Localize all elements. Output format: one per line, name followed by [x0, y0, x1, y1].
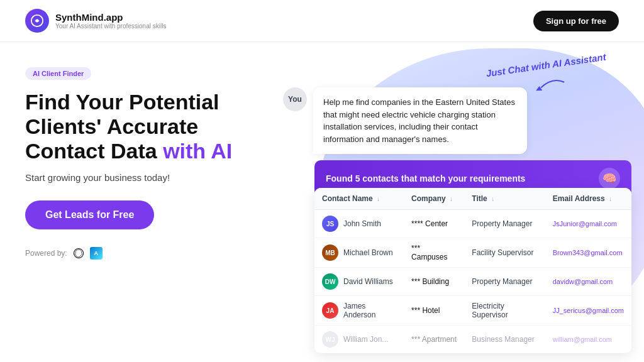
contact-name-text: James Anderson — [343, 302, 396, 319]
logo-area: SynthMind.app Your AI Assistant with pro… — [25, 9, 166, 33]
logo-icon — [25, 9, 49, 33]
left-panel: AI Client Finder Find Your Potential Cli… — [0, 42, 264, 362]
cell-company: *** Hotel — [404, 296, 464, 326]
cell-name: MB Michael Brown — [314, 238, 404, 268]
headline-accent: with AI — [163, 139, 232, 163]
cell-title: Facility Supervisor — [464, 238, 545, 268]
cell-company: *** Building — [404, 268, 464, 296]
cell-name: DW David Williams — [314, 268, 404, 296]
openai-icon — [72, 247, 85, 260]
contact-name-text: Michael Brown — [343, 248, 393, 257]
user-chat-area: You Help me find companies in the Easter… — [283, 87, 527, 154]
logo-tagline: Your AI Assistant with professional skil… — [55, 23, 166, 30]
powered-by-label: Powered by: — [25, 249, 67, 258]
table-row: JS John Smith **** Center Property Manag… — [314, 210, 631, 238]
cell-email: JsJunior@gmail.com — [545, 210, 631, 238]
cell-name: JS John Smith — [314, 210, 404, 238]
user-message-bubble: Help me find companies in the Eastern Un… — [313, 87, 527, 154]
col-company: Company ↓ — [404, 188, 464, 210]
cell-company: **** Center — [404, 210, 464, 238]
svg-point-1 — [36, 19, 39, 23]
contact-avatar: MB — [322, 244, 338, 261]
table-row: WJ William Jon... *** Apartment Business… — [314, 326, 631, 354]
azure-icon: A — [90, 247, 103, 260]
table-row: MB Michael Brown *** Campuses Facility S… — [314, 238, 631, 268]
headline: Find Your Potential Clients' Accurate Co… — [25, 90, 239, 163]
contact-avatar: JA — [322, 302, 338, 319]
cell-title: Business Manager — [464, 326, 545, 354]
results-text: Found 5 contacts that match your require… — [326, 173, 525, 184]
contact-avatar: JS — [322, 216, 338, 232]
user-avatar: You — [283, 87, 307, 111]
table-header-row: Contact Name ↓ Company ↓ Title ↓ Email A… — [314, 188, 631, 210]
logo-name: SynthMind.app — [55, 12, 166, 23]
table-row: DW David Williams *** Building Property … — [314, 268, 631, 296]
cell-email: davidw@gmail.com — [545, 268, 631, 296]
contacts-table: Contact Name ↓ Company ↓ Title ↓ Email A… — [314, 188, 631, 353]
col-title: Title ↓ — [464, 188, 545, 210]
contact-name-text: John Smith — [343, 219, 381, 228]
cell-company: *** Apartment — [404, 326, 464, 354]
signup-button[interactable]: Sign up for free — [533, 11, 619, 31]
contacts-table-wrapper: Contact Name ↓ Company ↓ Title ↓ Email A… — [314, 188, 631, 353]
cell-email: Brown343@gmail.com — [545, 238, 631, 268]
logo-text-area: SynthMind.app Your AI Assistant with pro… — [55, 12, 166, 30]
cell-email: JJ_sericus@gmail.com — [545, 296, 631, 326]
cell-title: Electricity Supervisor — [464, 296, 545, 326]
col-email: Email Address ↓ — [545, 188, 631, 210]
cell-name: WJ William Jon... — [314, 326, 404, 354]
cell-email: william@gmail.com — [545, 326, 631, 354]
contact-avatar: WJ — [322, 331, 338, 348]
subheadline: Start growing your business today! — [25, 172, 239, 183]
cell-title: Property Manager — [464, 210, 545, 238]
badge-label: AI Client Finder — [25, 67, 91, 80]
contact-name-text: David Williams — [343, 277, 393, 286]
cell-title: Property Manager — [464, 268, 545, 296]
user-label: You — [288, 95, 302, 104]
right-panel: Just Chat with AI Assistant You Help me … — [264, 42, 644, 362]
just-chat-arrow-icon — [528, 74, 571, 111]
powered-by: Powered by: A — [25, 247, 239, 260]
contact-name-text: William Jon... — [343, 335, 388, 344]
user-message-text: Help me find companies in the Eastern Un… — [323, 97, 515, 144]
main-content: AI Client Finder Find Your Potential Cli… — [0, 42, 644, 362]
cta-button[interactable]: Get Leads for Free — [25, 200, 154, 229]
contact-avatar: DW — [322, 273, 338, 290]
header: SynthMind.app Your AI Assistant with pro… — [0, 0, 644, 42]
cell-name: JA James Anderson — [314, 296, 404, 326]
brain-icon: 🧠 — [599, 168, 620, 189]
table-row: JA James Anderson *** Hotel Electricity … — [314, 296, 631, 326]
cell-company: *** Campuses — [404, 238, 464, 268]
col-contact-name: Contact Name ↓ — [314, 188, 404, 210]
